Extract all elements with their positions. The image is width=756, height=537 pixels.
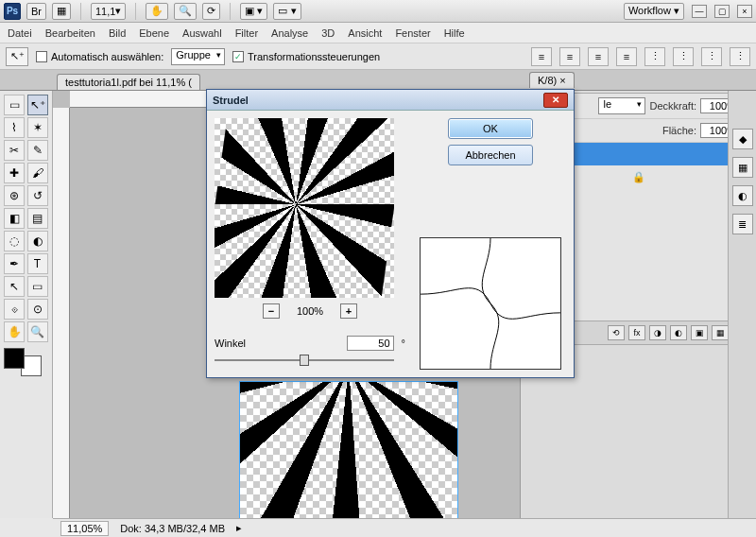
shape-tool[interactable]: ▭ bbox=[27, 276, 48, 297]
zoom-value: 100% bbox=[297, 305, 323, 317]
adjustment-icon[interactable]: ◐ bbox=[670, 325, 687, 340]
distribute-icon[interactable]: ⋮ bbox=[730, 47, 750, 66]
menu-bar: Datei Bearbeiten Bild Ebene Auswahl Filt… bbox=[0, 23, 756, 43]
menu-bearbeiten[interactable]: Bearbeiten bbox=[45, 27, 95, 39]
quick-select-tool[interactable]: ✶ bbox=[27, 117, 48, 138]
color-swatch[interactable] bbox=[4, 348, 42, 376]
3d-camera-tool[interactable]: ⊙ bbox=[27, 299, 48, 320]
status-zoom[interactable]: 11,05% bbox=[60, 521, 109, 536]
right-dock: ◆ ▦ ◐ ≣ bbox=[728, 91, 756, 518]
hand-tool[interactable]: ✋ bbox=[4, 321, 25, 342]
mask-icon[interactable]: ◑ bbox=[649, 325, 666, 340]
auto-select-target[interactable]: Gruppe bbox=[171, 48, 225, 65]
screen-mode-icon[interactable]: ▣ ▾ bbox=[240, 3, 267, 20]
dialog-titlebar[interactable]: Strudel ✕ bbox=[207, 90, 574, 111]
artwork-preview bbox=[240, 382, 457, 518]
document-tab-bar: testtutoria1l.pdf bei 11,1% ( K/8) × bbox=[0, 70, 756, 91]
twirl-curve-preview bbox=[420, 237, 561, 370]
align-icon[interactable]: ≡ bbox=[616, 47, 637, 66]
film-icon[interactable]: ▦ bbox=[52, 3, 71, 20]
stamp-tool[interactable]: ⊛ bbox=[4, 185, 25, 206]
eyedropper-tool[interactable]: ✎ bbox=[27, 140, 48, 161]
ruler-vertical bbox=[53, 108, 70, 518]
menu-fenster[interactable]: Fenster bbox=[395, 27, 430, 39]
menu-filter[interactable]: Filter bbox=[235, 27, 258, 39]
dialog-close-button[interactable]: ✕ bbox=[543, 93, 568, 108]
angle-input[interactable] bbox=[347, 336, 394, 351]
document-tab[interactable]: testtutoria1l.pdf bei 11,1% ( bbox=[57, 74, 200, 90]
distribute-icon[interactable]: ⋮ bbox=[644, 47, 665, 66]
app-icon: Ps bbox=[4, 3, 21, 20]
dock-layers-icon[interactable]: ≣ bbox=[732, 214, 753, 234]
status-doc-size: Dok: 34,3 MB/32,4 MB bbox=[120, 523, 225, 534]
auto-select-checkbox[interactable]: Automatisch auswählen: bbox=[36, 51, 163, 62]
bridge-icon[interactable]: Br bbox=[26, 3, 46, 20]
align-icon[interactable]: ≡ bbox=[588, 47, 609, 66]
move-tool[interactable]: ↖⁺ bbox=[27, 95, 48, 115]
menu-auswahl[interactable]: Auswahl bbox=[182, 27, 222, 39]
minimize-button[interactable]: — bbox=[692, 5, 707, 18]
filter-preview[interactable] bbox=[215, 118, 394, 298]
dock-swatches-icon[interactable]: ▦ bbox=[732, 157, 753, 178]
angle-slider[interactable] bbox=[215, 353, 394, 368]
distribute-icon[interactable]: ⋮ bbox=[673, 47, 694, 66]
opacity-label: Deckkraft: bbox=[649, 100, 696, 112]
dock-adjust-icon[interactable]: ◐ bbox=[732, 185, 753, 206]
menu-3d[interactable]: 3D bbox=[321, 27, 335, 39]
angle-unit: ° bbox=[402, 338, 405, 349]
zoom-in-button[interactable]: + bbox=[340, 303, 357, 319]
angle-label: Winkel bbox=[215, 338, 246, 349]
pen-tool[interactable]: ✒ bbox=[4, 253, 25, 274]
dodge-tool[interactable]: ◐ bbox=[27, 231, 48, 251]
zoom-out-button[interactable]: − bbox=[263, 303, 280, 319]
menu-ansicht[interactable]: Ansicht bbox=[348, 27, 382, 39]
blend-mode-select[interactable]: le bbox=[598, 97, 645, 114]
path-select-tool[interactable]: ↖ bbox=[4, 276, 25, 297]
fx-icon[interactable]: fx bbox=[628, 325, 645, 340]
fill-label: Fläche: bbox=[662, 125, 696, 136]
rotate-icon[interactable]: ⟳ bbox=[202, 3, 220, 20]
eraser-tool[interactable]: ◧ bbox=[4, 208, 25, 229]
menu-bild[interactable]: Bild bbox=[109, 27, 126, 39]
distribute-icon[interactable]: ⋮ bbox=[701, 47, 722, 66]
history-brush-tool[interactable]: ↺ bbox=[27, 185, 48, 206]
align-icon[interactable]: ≡ bbox=[559, 47, 580, 66]
cancel-button[interactable]: Abbrechen bbox=[448, 145, 533, 165]
dock-color-icon[interactable]: ◆ bbox=[732, 129, 753, 149]
workspace-switcher[interactable]: Workflow ▾ bbox=[624, 3, 684, 20]
marquee-tool[interactable]: ▭ bbox=[4, 95, 25, 115]
folder-icon[interactable]: ▣ bbox=[691, 325, 708, 340]
status-bar: 11,05% Dok: 34,3 MB/32,4 MB ▸ bbox=[53, 518, 756, 537]
current-tool-icon[interactable]: ↖⁺ bbox=[6, 47, 28, 66]
hand-icon[interactable]: ✋ bbox=[146, 3, 168, 20]
fg-color[interactable] bbox=[4, 348, 25, 369]
gradient-tool[interactable]: ▤ bbox=[27, 208, 48, 229]
close-button[interactable]: × bbox=[737, 5, 752, 18]
ok-button[interactable]: OK bbox=[448, 118, 533, 139]
auto-select-label: Automatisch auswählen: bbox=[51, 51, 163, 62]
zoom-display[interactable]: 11,1 ▾ bbox=[91, 3, 126, 20]
brush-tool[interactable]: 🖌 bbox=[27, 163, 48, 183]
menu-datei[interactable]: Datei bbox=[8, 27, 32, 39]
zoom-tool[interactable]: 🔍 bbox=[27, 321, 48, 342]
arrange-icon[interactable]: ▭ ▾ bbox=[273, 3, 301, 20]
menu-ebene[interactable]: Ebene bbox=[139, 27, 169, 39]
app-title-bar: Ps Br ▦ 11,1 ▾ ✋ 🔍 ⟳ ▣ ▾ ▭ ▾ Workflow ▾ … bbox=[0, 0, 756, 23]
new-layer-icon[interactable]: ▦ bbox=[712, 325, 729, 340]
lasso-tool[interactable]: ⌇ bbox=[4, 117, 25, 138]
options-bar: ↖⁺ Automatisch auswählen: Gruppe ✓Transf… bbox=[0, 43, 756, 70]
type-tool[interactable]: T bbox=[27, 253, 48, 274]
transform-controls-checkbox[interactable]: ✓Transformationssteuerungen bbox=[232, 51, 380, 62]
blur-tool[interactable]: ◌ bbox=[4, 231, 25, 251]
link-icon[interactable]: ⟲ bbox=[608, 325, 625, 340]
menu-analyse[interactable]: Analyse bbox=[271, 27, 308, 39]
crop-tool[interactable]: ✂ bbox=[4, 140, 25, 161]
document-tab-2[interactable]: K/8) × bbox=[529, 72, 575, 88]
menu-hilfe[interactable]: Hilfe bbox=[444, 27, 465, 39]
zoom-icon[interactable]: 🔍 bbox=[174, 3, 197, 20]
healing-tool[interactable]: ✚ bbox=[4, 163, 25, 183]
maximize-button[interactable]: ▢ bbox=[714, 5, 730, 18]
align-icon[interactable]: ≡ bbox=[531, 47, 552, 66]
tool-palette: ▭ ↖⁺ ⌇ ✶ ✂ ✎ ✚ 🖌 ⊛ ↺ ◧ ▤ ◌ ◐ ✒ T ↖ ▭ ⟐ ⊙… bbox=[0, 91, 53, 518]
3d-tool[interactable]: ⟐ bbox=[4, 299, 25, 320]
